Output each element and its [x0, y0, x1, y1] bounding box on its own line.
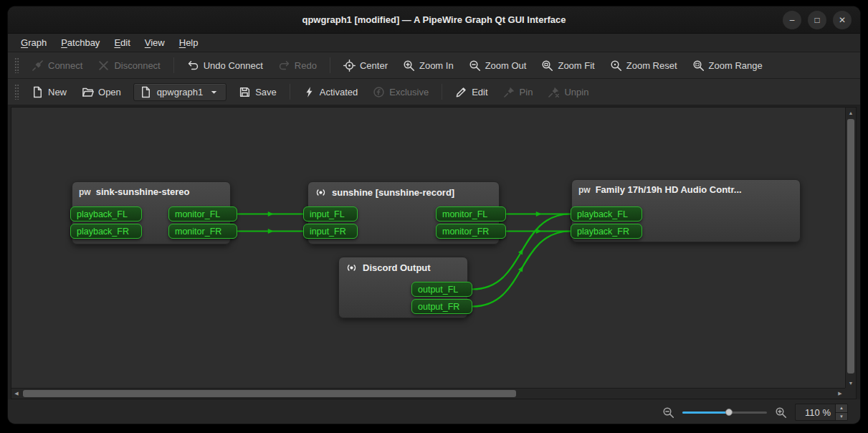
center-button[interactable]: Center: [337, 56, 394, 75]
edge-arrow-icon: [268, 211, 274, 217]
scroll-down-button[interactable]: [846, 378, 856, 388]
zoom-out-button[interactable]: Zoom Out: [462, 56, 533, 75]
edit-button[interactable]: Edit: [449, 82, 494, 102]
toolbar-item-label: Connect: [48, 60, 82, 71]
save-button[interactable]: Save: [232, 82, 283, 102]
node-title: sink-sunshine-stereo: [96, 186, 190, 197]
exclusive-icon: [373, 86, 385, 98]
toolbar-item-label: Center: [360, 60, 388, 71]
window-title: qpwgraph1 [modified] — A PipeWire Graph …: [302, 14, 566, 25]
horizontal-scrollbar-track[interactable]: [22, 389, 835, 399]
toolbar-item-label: Edit: [472, 87, 487, 97]
edit-icon: [455, 86, 467, 98]
open-button[interactable]: Open: [75, 82, 128, 102]
toolbar-item-label: Undo Connect: [204, 60, 263, 71]
menubar: GraphPatchbayEditViewHelp: [8, 34, 860, 52]
undo-connect-button[interactable]: Undo Connect: [181, 56, 270, 75]
edge-arrow-icon: [518, 247, 525, 254]
activated-button[interactable]: Activated: [297, 82, 364, 102]
edge-arrow-icon: [536, 211, 542, 217]
menu-edit[interactable]: Edit: [107, 34, 137, 51]
zoom-spin-down-button[interactable]: [836, 413, 847, 421]
menu-graph[interactable]: Graph: [14, 34, 54, 51]
zoom-out-icon[interactable]: [662, 406, 674, 419]
zoom-in-icon: [403, 60, 415, 72]
graph-canvas[interactable]: pwsink-sunshine-stereoplayback_FLplaybac…: [11, 108, 845, 388]
scroll-up-button[interactable]: [846, 108, 856, 118]
zoom-spinbox[interactable]: 110 %: [795, 404, 848, 421]
toolbar-item-label: Unpin: [564, 87, 588, 97]
vertical-scrollbar-track[interactable]: [846, 118, 856, 378]
redo-icon: [278, 60, 290, 72]
vertical-scrollbar-thumb[interactable]: [847, 119, 854, 373]
patchbay-file-icon: [140, 86, 152, 98]
exclusive-button[interactable]: Exclusive: [366, 82, 435, 102]
redo-button[interactable]: Redo: [272, 56, 323, 75]
zoom-reset-icon: [610, 60, 622, 72]
horizontal-scrollbar-thumb[interactable]: [23, 390, 516, 397]
port-monitor_FR[interactable]: monitor_FR: [168, 224, 237, 239]
disconnect-icon: [97, 60, 110, 72]
zoom-spin-up-button[interactable]: [836, 404, 847, 413]
new-button[interactable]: New: [25, 82, 73, 102]
toolbar-item-label: Zoom Range: [709, 60, 763, 71]
node-header: pwFamily 17h/19h HD Audio Contr...: [572, 180, 800, 199]
port-output_FL[interactable]: output_FL: [411, 282, 472, 297]
patchbay-select-combo[interactable]: qpwgraph1: [133, 83, 226, 101]
zoom-value[interactable]: 110 %: [796, 404, 835, 420]
unpin-button[interactable]: Unpin: [541, 82, 595, 102]
node-title: Discord Output: [363, 262, 431, 273]
toolbar-drag-handle[interactable]: [14, 84, 19, 100]
connect-button[interactable]: Connect: [25, 56, 89, 75]
center-icon: [343, 60, 356, 72]
port-monitor_FL[interactable]: monitor_FL: [436, 206, 506, 222]
titlebar[interactable]: qpwgraph1 [modified] — A PipeWire Graph …: [8, 6, 860, 34]
node-header: pwsink-sunshine-stereo: [72, 182, 230, 201]
toolbar-separator: [330, 57, 330, 73]
menu-help[interactable]: Help: [172, 34, 206, 51]
close-button[interactable]: ✕: [833, 11, 852, 29]
port-output_FR[interactable]: output_FR: [411, 299, 472, 314]
toolbar-item-label: Pin: [520, 87, 533, 97]
menu-patchbay[interactable]: Patchbay: [54, 34, 107, 51]
port-playback_FL[interactable]: playback_FL: [70, 206, 142, 222]
disconnect-button[interactable]: Disconnect: [91, 56, 166, 75]
toolbar-item-label: Zoom Fit: [558, 60, 594, 71]
port-monitor_FL[interactable]: monitor_FL: [168, 206, 237, 222]
pin-button[interactable]: Pin: [497, 82, 540, 102]
zoom-in-icon[interactable]: [775, 406, 787, 419]
graph-viewport: pwsink-sunshine-stereoplayback_FLplaybac…: [11, 107, 857, 399]
port-monitor_FR[interactable]: monitor_FR: [436, 224, 506, 239]
activated-icon: [303, 86, 315, 98]
port-playback_FL[interactable]: playback_FL: [571, 206, 642, 222]
scroll-right-button[interactable]: [835, 389, 845, 399]
pin-icon: [503, 86, 515, 98]
zoom-slider[interactable]: [682, 406, 767, 418]
node-header: sunshine [sunshine-record]: [308, 182, 499, 203]
minimize-button[interactable]: –: [783, 11, 801, 29]
vertical-scrollbar[interactable]: [845, 108, 856, 388]
port-playback_FR[interactable]: playback_FR: [70, 224, 142, 239]
zoom-slider-handle[interactable]: [725, 409, 733, 416]
toolbar-separator: [173, 57, 174, 73]
horizontal-scrollbar[interactable]: [11, 388, 845, 399]
toolbar-item-label: Save: [255, 87, 277, 97]
node-header: Discord Output: [339, 257, 467, 278]
toolbar-item-label: Exclusive: [389, 87, 429, 97]
zoom-in-button[interactable]: Zoom In: [396, 56, 460, 75]
app-window: qpwgraph1 [modified] — A PipeWire Graph …: [7, 6, 861, 424]
port-input_FR[interactable]: input_FR: [303, 224, 358, 239]
maximize-button[interactable]: □: [808, 11, 826, 29]
menu-view[interactable]: View: [138, 34, 172, 51]
zoom-slider-fill: [682, 411, 729, 414]
port-input_FL[interactable]: input_FL: [303, 206, 358, 222]
zoom-reset-button[interactable]: Zoom Reset: [604, 56, 684, 75]
zoom-fit-button[interactable]: Zoom Fit: [535, 56, 601, 75]
port-playback_FR[interactable]: playback_FR: [571, 224, 642, 239]
zoom-range-button[interactable]: Zoom Range: [686, 56, 769, 75]
pipewire-icon: pw: [79, 187, 91, 197]
scroll-left-button[interactable]: [11, 389, 22, 399]
toolbar-item-label: New: [48, 87, 67, 97]
toolbar-drag-handle[interactable]: [14, 57, 19, 73]
toolbar-item-label: Zoom Out: [485, 60, 527, 71]
